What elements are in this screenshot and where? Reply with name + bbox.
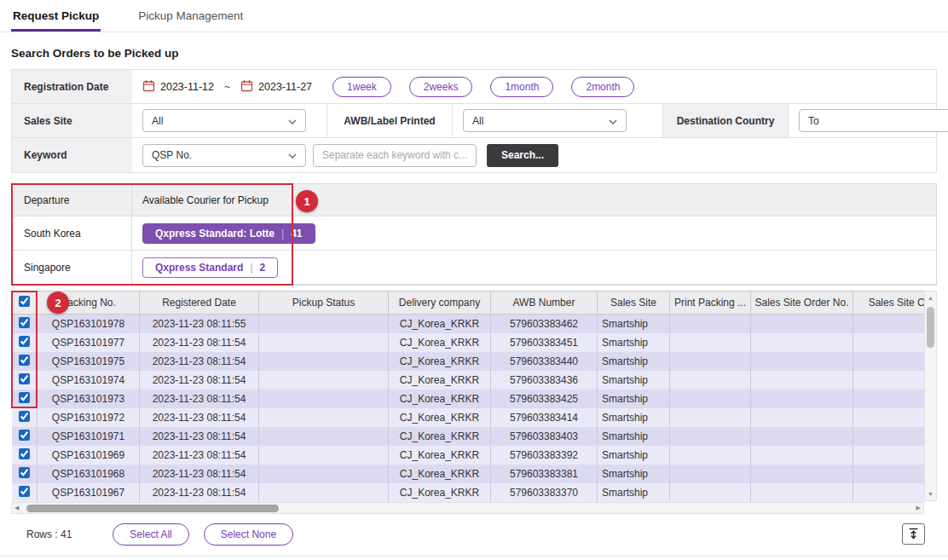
horizontal-scrollbar-thumb[interactable] [26, 505, 279, 512]
vertical-scrollbar[interactable]: ▲ ▼ [924, 291, 937, 501]
calendar-icon [240, 79, 253, 95]
cell: QSP163101974 [38, 371, 140, 390]
courier-button-korea[interactable]: Qxpress Standard: Lotte | 41 [142, 223, 315, 244]
cell: 579603383403 [491, 427, 598, 446]
cell: Smartship [598, 371, 670, 390]
keyword-type-select[interactable]: QSP No. [142, 144, 306, 167]
tab-request-pickup[interactable]: Request Pickup [11, 0, 101, 32]
vertical-scrollbar-thumb[interactable] [927, 307, 934, 348]
table-row: QSP1631019722023-11-23 08:11:54CJ_Korea_… [12, 408, 925, 427]
select-all-button[interactable]: Select All [113, 523, 188, 546]
calendar-icon [142, 79, 155, 95]
awb-select[interactable]: All [463, 109, 627, 132]
courier-button-singapore[interactable]: Qxpress Standard | 2 [142, 257, 278, 278]
cell: QSP163101968 [38, 465, 140, 483]
table-row: QSP1631019742023-11-23 08:11:54CJ_Korea_… [12, 371, 925, 390]
rows-count-label: Rows : 41 [26, 528, 72, 540]
cell: Smartship [598, 390, 670, 408]
select-none-button[interactable]: Select None [204, 523, 293, 546]
sales-site-select[interactable]: All [142, 109, 306, 132]
keyword-type-select-value: QSP No. [152, 149, 192, 161]
courier-count: 41 [291, 228, 302, 240]
cell [259, 371, 389, 390]
cell: 2023-11-23 08:11:54 [140, 483, 259, 502]
departure-row-singapore: Singapore Qxpress Standard | 2 [12, 251, 936, 285]
cell: Smartship [598, 446, 670, 465]
search-form: Registration Date 2023-11-12 ~ 2023-11-2… [11, 69, 937, 173]
registration-date-row: Registration Date 2023-11-12 ~ 2023-11-2… [12, 70, 936, 104]
cell: Smartship [598, 315, 670, 333]
scroll-up-icon[interactable]: ▲ [925, 292, 936, 303]
column-header: Print Packing ... [670, 292, 751, 315]
table-row: QSP1631019782023-11-23 08:11:55CJ_Korea_… [12, 315, 925, 333]
cell [670, 408, 751, 427]
courier-cell: Qxpress Standard | 2 [132, 251, 936, 284]
row-checkbox-cell [12, 446, 38, 465]
cell: 579603383414 [491, 408, 598, 427]
cell: 2023-11-23 08:11:54 [140, 333, 259, 352]
keyword-input[interactable] [313, 144, 477, 167]
scroll-down-icon[interactable]: ▼ [925, 488, 936, 499]
cell: 579603383381 [491, 465, 598, 483]
scroll-left-icon[interactable]: ◀ [14, 505, 19, 511]
search-button[interactable]: Search... [487, 144, 558, 167]
row-checkbox-cell [12, 352, 38, 371]
registration-date-field: 2023-11-12 ~ 2023-11-27 1week 2weeks 1mo… [132, 70, 936, 103]
row-checkbox[interactable] [19, 411, 30, 422]
table-body: QSP1631019782023-11-23 08:11:55CJ_Korea_… [12, 315, 925, 502]
row-checkbox[interactable] [19, 430, 30, 441]
awb-select-value: All [472, 115, 483, 127]
cell [853, 427, 925, 446]
cell [670, 446, 751, 465]
row-checkbox-cell [12, 333, 38, 352]
row-checkbox[interactable] [19, 467, 30, 478]
horizontal-scrollbar[interactable]: ◀ ▶ [11, 502, 924, 514]
row-checkbox[interactable] [19, 448, 30, 459]
quick-range-2weeks-button[interactable]: 2weeks [409, 77, 473, 97]
column-header: Delivery company [389, 292, 491, 315]
destination-country-select-value: To [808, 115, 819, 127]
row-checkbox[interactable] [19, 373, 30, 384]
cell [670, 427, 751, 446]
quick-range-1month-button[interactable]: 1month [490, 77, 553, 97]
scroll-right-icon[interactable]: ▶ [916, 505, 921, 511]
cell [670, 483, 751, 502]
table-row: QSP1631019752023-11-23 08:11:54CJ_Korea_… [12, 352, 925, 371]
date-to[interactable]: 2023-11-27 [240, 79, 312, 95]
table-row: QSP1631019692023-11-23 08:11:54CJ_Korea_… [12, 446, 925, 465]
select-all-checkbox[interactable] [19, 296, 30, 307]
cell: CJ_Korea_KRKR [389, 408, 491, 427]
courier-divider: | [250, 262, 252, 274]
cell: 2023-11-23 08:11:54 [140, 465, 259, 483]
tab-pickup-management[interactable]: Pickup Management [136, 0, 245, 32]
orders-table-viewport: Packing No.Registered DatePickup StatusD… [11, 291, 924, 502]
tabbar: Request Pickup Pickup Management [0, 0, 948, 32]
cell [259, 465, 389, 483]
row-checkbox[interactable] [19, 355, 30, 366]
courier-name: Qxpress Standard [155, 262, 243, 274]
cell [670, 333, 751, 352]
date-from-value: 2023-11-12 [160, 81, 214, 93]
cell: QSP163101977 [38, 333, 140, 352]
cell: 579603383451 [491, 333, 598, 352]
sales-site-field: All [132, 104, 316, 137]
cell [751, 483, 853, 502]
cell [751, 352, 853, 371]
orders-table: Packing No.Registered DatePickup StatusD… [11, 291, 924, 502]
quick-range-2month-button[interactable]: 2month [571, 77, 634, 97]
cell [259, 427, 389, 446]
destination-country-select[interactable]: To [799, 109, 948, 132]
row-checkbox[interactable] [19, 336, 30, 347]
cell: QSP163101972 [38, 408, 140, 427]
row-checkbox[interactable] [19, 392, 30, 403]
awb-label-printed-label: AWB/Label Printed [327, 104, 453, 137]
cell: 579603383436 [491, 371, 598, 390]
row-checkbox[interactable] [19, 486, 30, 497]
quick-range-1week-button[interactable]: 1week [332, 77, 391, 97]
courier-column-header: Available Courier for Pickup [132, 184, 936, 216]
departure-panel: Departure Available Courier for Pickup S… [11, 183, 937, 286]
row-checkbox[interactable] [19, 317, 30, 328]
expand-table-button[interactable] [902, 523, 925, 545]
date-from[interactable]: 2023-11-12 [142, 79, 214, 95]
column-header: Sales Site Order No. [751, 292, 853, 315]
